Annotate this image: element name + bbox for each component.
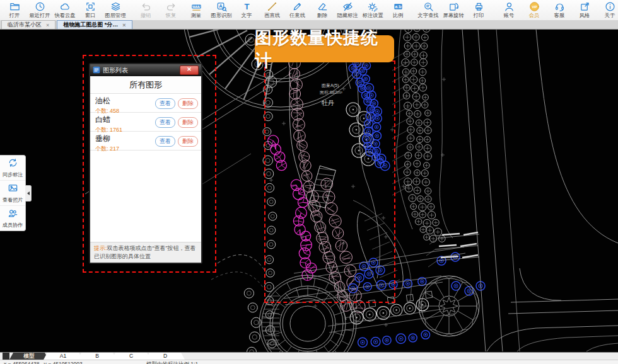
toolbar-about-button[interactable]: 关于 bbox=[597, 1, 618, 20]
side-panel-sync-button[interactable]: 同步标注 bbox=[0, 156, 25, 181]
toolbar-button-label: 比例 bbox=[393, 12, 404, 20]
toolbar-hide-annotation-button[interactable]: 隐藏标注 bbox=[335, 1, 360, 20]
toolbar-clock-button[interactable]: 最近打开 bbox=[27, 1, 52, 20]
toolbar-draw-line-button[interactable]: 画直线 bbox=[259, 1, 284, 20]
document-tab-label: 临沂市某小区 bbox=[8, 21, 42, 29]
layers-icon bbox=[110, 1, 121, 12]
toolbar-eraser-button[interactable]: 删除 bbox=[310, 1, 335, 20]
printer-icon bbox=[474, 1, 484, 12]
annotation-scale-text: 模型中的标注比例 1:1 bbox=[146, 361, 198, 364]
cursor-coordinates: x = 455064438 , y = 4510512003 bbox=[4, 361, 83, 364]
undo-icon bbox=[141, 1, 151, 12]
graphics-list-row[interactable]: 垂柳个数: 217查看删除 bbox=[90, 132, 201, 151]
side-panel-photo-button[interactable]: 查看照片 bbox=[0, 181, 25, 206]
side-panel-label: 查看照片 bbox=[3, 196, 23, 203]
graphics-list-row[interactable]: 白蜡个数: 1761查看删除 bbox=[90, 113, 201, 132]
side-panel-label: 同步标注 bbox=[3, 171, 23, 178]
sheet-tab-C[interactable]: C bbox=[112, 353, 151, 360]
document-tab-1[interactable]: 植物施工图总图 *分…× bbox=[57, 20, 132, 29]
sheet-tab-D[interactable]: D bbox=[146, 353, 185, 360]
toolbar-rotate-screen-button[interactable]: 屏幕旋转 bbox=[441, 1, 466, 20]
side-panel-collaborate-button[interactable]: 成员协作 bbox=[0, 206, 25, 230]
tab-close-icon[interactable]: × bbox=[46, 22, 49, 28]
delete-button[interactable]: 删除 bbox=[178, 98, 198, 109]
about-icon bbox=[605, 1, 615, 12]
view-button[interactable]: 查看 bbox=[155, 117, 175, 128]
toolbar-button-label: 隐藏标注 bbox=[337, 12, 358, 20]
dialog-title-bar[interactable]: 图形列表 ✕ bbox=[90, 64, 201, 76]
canvas-label: 面积:682m² bbox=[319, 90, 342, 95]
toolbar-vip-button[interactable]: VIP会员 bbox=[522, 1, 547, 20]
toolbar-layers-button[interactable]: 图层管理 bbox=[103, 1, 128, 20]
delete-button[interactable]: 删除 bbox=[178, 136, 198, 147]
canvas-label: 图案A(5) bbox=[322, 82, 339, 88]
graphics-list-icon bbox=[93, 65, 100, 76]
toolbar-shape-recognition-button[interactable]: A图形识别 bbox=[209, 1, 234, 20]
photo-icon bbox=[8, 183, 18, 196]
toolbar-button-label: 窗口 bbox=[85, 12, 96, 20]
clock-icon bbox=[35, 1, 45, 12]
side-panel-label: 成员协作 bbox=[3, 221, 23, 229]
toolbar-annotation-settings-button[interactable]: 标注设置 bbox=[360, 1, 385, 20]
dialog-hint: 提示:双击表格项或点击“查看”按钮，查看已识别图形的具体位置 bbox=[90, 242, 201, 263]
rotate-screen-icon bbox=[448, 1, 459, 12]
dialog-close-button[interactable]: ✕ bbox=[180, 65, 199, 75]
toolbar-find-text-button[interactable]: 文字查找 bbox=[416, 1, 441, 20]
toolbar-button-label: 会员 bbox=[529, 12, 540, 20]
toolbar-undo-button: 撤销 bbox=[133, 1, 158, 20]
toolbar-button-label: 文字 bbox=[242, 12, 252, 20]
toolbar-measure-button[interactable]: 测量 bbox=[184, 1, 209, 20]
toolbar-folder-button[interactable]: 打开 bbox=[2, 1, 27, 20]
graphics-list-dialog: 图形列表 ✕ 所有图形 油松个数: 458查看删除白蜡个数: 1761查看删除垂… bbox=[89, 63, 202, 264]
svg-text:VIP: VIP bbox=[532, 5, 537, 9]
status-bar: x = 455064438 , y = 4510512003 模型中的标注比例 … bbox=[0, 360, 618, 364]
toolbar-account-button[interactable]: 账号 bbox=[496, 1, 522, 20]
sheet-tab-A1[interactable]: A1 bbox=[44, 353, 83, 360]
hint-text: 双击表格项或点击“查看”按钮，查看已识别图形的具体位置 bbox=[94, 245, 196, 259]
toolbar-button-label: 图形识别 bbox=[211, 12, 231, 20]
toolbar-button-label: 恢复 bbox=[166, 12, 177, 20]
toolbar-text-button[interactable]: T文字 bbox=[234, 1, 259, 20]
chevron-left-icon bbox=[25, 191, 30, 195]
svg-text:a:b: a:b bbox=[395, 4, 401, 9]
free-line-icon bbox=[292, 1, 303, 12]
dialog-header: 所有图形 bbox=[90, 76, 201, 94]
toolbar-scale-button[interactable]: a:b比例 bbox=[385, 1, 411, 20]
shape-recognition-icon: A bbox=[216, 1, 227, 12]
scale-icon: a:b bbox=[393, 1, 404, 12]
toolbar-button-label: 屏幕旋转 bbox=[443, 12, 464, 20]
graphics-list-row[interactable]: 油松个数: 458查看删除 bbox=[90, 94, 201, 113]
document-tab-0[interactable]: 临沂市某小区× bbox=[1, 20, 55, 29]
side-panel-collapse-handle[interactable] bbox=[25, 185, 32, 202]
toolbar-button-label: 最近打开 bbox=[29, 12, 50, 20]
collaborate-icon bbox=[8, 208, 18, 221]
toolbar-button-label: 打印 bbox=[474, 12, 484, 20]
redo-icon bbox=[166, 1, 177, 12]
sheet-tab-模型[interactable]: 模型 bbox=[9, 353, 49, 360]
tab-close-icon[interactable]: × bbox=[122, 22, 125, 28]
vip-icon: VIP bbox=[529, 1, 540, 12]
toolbar-headset-button[interactable]: 客服 bbox=[547, 1, 572, 20]
hint-prefix: 提示: bbox=[94, 245, 107, 251]
delete-button[interactable]: 删除 bbox=[178, 117, 198, 128]
folder-icon bbox=[9, 1, 20, 12]
document-tab-label: 植物施工图总图 *分… bbox=[63, 21, 118, 29]
toolbar-window-button[interactable]: 窗口 bbox=[78, 1, 103, 20]
toolbar-button-label: 删除 bbox=[317, 12, 328, 20]
sheet-nav-button[interactable] bbox=[3, 353, 9, 360]
annotation-settings-icon bbox=[368, 1, 378, 12]
sheet-tab-B[interactable]: B bbox=[78, 353, 117, 360]
text-icon: T bbox=[242, 1, 252, 12]
canvas-label: 牡丹 bbox=[322, 100, 334, 106]
toolbar-free-line-button[interactable]: 任意线 bbox=[284, 1, 310, 20]
view-button[interactable]: 查看 bbox=[155, 136, 175, 147]
toolbar-cloud-button[interactable]: 快看云盘 bbox=[52, 1, 78, 20]
eraser-icon bbox=[317, 1, 328, 12]
toolbar-style-button[interactable]: 风格 bbox=[572, 1, 597, 20]
view-button[interactable]: 查看 bbox=[155, 98, 175, 109]
headset-icon bbox=[554, 1, 565, 12]
toolbar-printer-button[interactable]: 打印 bbox=[466, 1, 491, 20]
hide-annotation-icon bbox=[342, 1, 353, 12]
window-icon bbox=[85, 1, 96, 12]
toolbar-button-label: 打开 bbox=[9, 12, 20, 20]
